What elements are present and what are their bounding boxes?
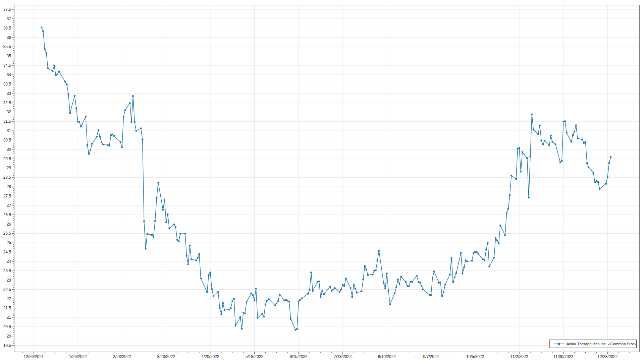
data-point xyxy=(310,272,312,273)
x-tick-label: 8/10/2022 xyxy=(378,354,396,359)
data-point xyxy=(69,112,71,114)
data-point xyxy=(266,300,268,301)
data-point xyxy=(418,281,419,283)
data-point xyxy=(592,172,594,174)
y-tick-label: 22.5 xyxy=(3,287,11,292)
data-point xyxy=(408,285,410,287)
data-point xyxy=(455,272,457,274)
y-tick-label: 33 xyxy=(7,91,11,96)
data-point xyxy=(599,188,600,190)
data-point xyxy=(74,95,75,97)
x-tick-label: 9/7/2022 xyxy=(423,354,439,359)
data-point xyxy=(301,298,303,299)
data-point xyxy=(243,312,244,313)
data-point xyxy=(208,274,210,276)
data-point xyxy=(46,52,47,54)
data-point xyxy=(197,257,199,259)
data-point xyxy=(416,275,418,277)
data-point xyxy=(184,233,186,234)
data-point xyxy=(364,265,366,267)
data-point xyxy=(110,134,112,136)
data-point xyxy=(372,274,373,275)
data-point xyxy=(432,277,433,279)
data-point xyxy=(540,139,542,141)
data-point xyxy=(605,183,607,185)
data-point xyxy=(332,289,334,290)
data-point xyxy=(268,298,269,300)
y-tick-label: 36 xyxy=(7,35,11,40)
data-point xyxy=(52,70,53,72)
data-point xyxy=(383,283,384,284)
data-point xyxy=(373,270,375,272)
data-point xyxy=(285,299,287,301)
data-point xyxy=(129,102,131,104)
data-point xyxy=(498,242,499,244)
data-point xyxy=(356,292,358,293)
data-point xyxy=(246,301,247,303)
data-point xyxy=(386,273,388,274)
data-point xyxy=(153,236,154,238)
data-point xyxy=(91,143,93,144)
y-tick-label: 35 xyxy=(7,54,11,58)
data-point xyxy=(178,240,179,242)
data-point xyxy=(477,253,479,255)
data-point xyxy=(134,121,136,123)
y-tick-label: 28 xyxy=(7,184,11,189)
data-point xyxy=(209,272,211,273)
data-point xyxy=(594,182,596,183)
data-point xyxy=(441,295,443,297)
y-tick-label: 22 xyxy=(7,296,11,301)
data-point xyxy=(400,276,402,278)
data-point xyxy=(112,134,113,135)
data-point xyxy=(44,48,46,50)
data-point xyxy=(462,273,463,275)
data-point xyxy=(343,285,345,287)
data-point xyxy=(411,281,413,283)
stock-line-chart[interactable]: 19.52020.52121.52222.52323.52424.52525.5… xyxy=(0,0,644,362)
data-point xyxy=(85,116,87,117)
data-point xyxy=(265,304,266,305)
data-point xyxy=(531,113,533,115)
y-tick-label: 31.5 xyxy=(3,119,11,124)
legend-box[interactable]: Anika Therapeutics Inc. - Common Stock xyxy=(549,340,637,348)
data-point xyxy=(78,121,80,123)
data-point xyxy=(564,120,566,122)
data-point xyxy=(251,293,252,294)
data-point xyxy=(224,309,225,311)
data-point xyxy=(67,93,69,95)
data-point xyxy=(499,225,501,226)
data-point xyxy=(429,294,430,296)
data-point xyxy=(77,121,79,122)
data-point xyxy=(353,284,355,285)
data-point xyxy=(296,328,298,330)
data-point xyxy=(438,282,440,284)
y-tick-label: 36.5 xyxy=(3,26,11,31)
data-point xyxy=(252,294,254,296)
data-point xyxy=(156,197,158,198)
data-point xyxy=(235,325,236,326)
data-point xyxy=(279,294,280,295)
y-tick-label: 28.5 xyxy=(3,175,11,180)
data-point xyxy=(101,141,102,143)
data-point xyxy=(537,133,539,135)
data-point xyxy=(334,287,336,289)
data-point xyxy=(206,291,208,293)
data-point xyxy=(75,107,77,109)
data-point xyxy=(539,125,541,126)
data-point xyxy=(577,137,578,139)
y-tick-label: 34 xyxy=(7,72,11,77)
data-point xyxy=(130,121,132,123)
data-point xyxy=(561,160,562,162)
data-point xyxy=(571,141,572,142)
data-point xyxy=(474,251,476,253)
data-point xyxy=(198,253,200,255)
data-point xyxy=(331,290,332,292)
data-point xyxy=(410,281,411,283)
data-point xyxy=(562,121,564,122)
data-point xyxy=(378,250,380,252)
data-point xyxy=(495,237,496,239)
data-point xyxy=(398,283,400,285)
data-point xyxy=(121,146,123,148)
data-point xyxy=(222,302,224,304)
data-point xyxy=(288,301,290,302)
